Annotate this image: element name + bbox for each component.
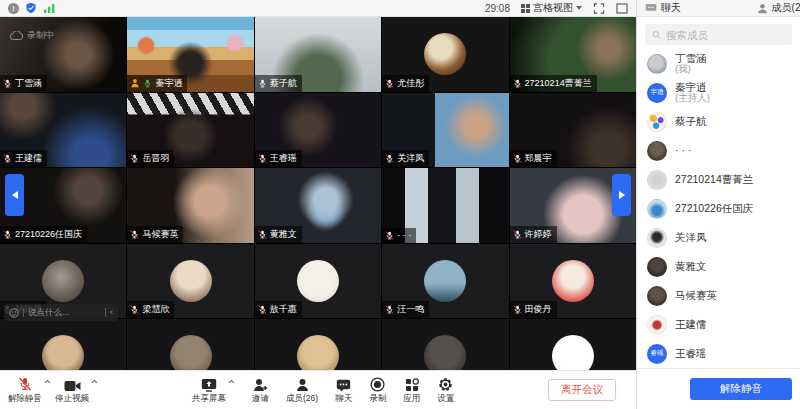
member-list[interactable]: 丁雪涵 (我) 宇逍 秦宇逍 (主持人) 蔡子航 · · · xyxy=(637,49,800,368)
search-members-input[interactable] xyxy=(666,29,785,41)
video-tile[interactable]: 梁慧欣 xyxy=(127,244,253,319)
participant-name: 尤佳彤 xyxy=(397,77,424,90)
member-list-item[interactable]: · · · xyxy=(637,136,800,165)
video-tile[interactable]: 王建儒 xyxy=(0,93,126,168)
collapse-chat-icon[interactable]: ‹ xyxy=(110,308,113,317)
video-tile[interactable] xyxy=(382,319,508,370)
top-bar: ! 29:08 宫格视图 xyxy=(0,0,636,17)
emoji-icon[interactable] xyxy=(9,308,19,318)
video-tile[interactable]: 蔡子航 xyxy=(255,17,381,92)
member-avatar xyxy=(647,199,667,219)
network-signal-icon[interactable] xyxy=(43,3,56,14)
member-avatar xyxy=(647,286,667,306)
member-list-item[interactable]: 丁雪涵 (我) xyxy=(637,49,800,78)
invite-icon xyxy=(253,378,268,392)
tab-members[interactable]: 成员(26 xyxy=(757,1,800,15)
member-name: 27210214曹菁兰 xyxy=(675,173,753,185)
sidebar-unmute-button[interactable]: 解除静音 xyxy=(690,378,792,400)
mic-status-icon xyxy=(143,78,152,89)
share-options-chevron[interactable] xyxy=(228,379,235,384)
fullscreen-button[interactable] xyxy=(593,3,605,14)
participant-name-label: 郑晨宇 xyxy=(510,150,557,167)
member-role: (主持人) xyxy=(675,93,710,104)
tab-chat[interactable]: 聊天 xyxy=(645,1,681,15)
participant-name: 秦宇逍 xyxy=(155,77,182,90)
video-tile[interactable] xyxy=(255,319,381,370)
member-name: 王建儒 xyxy=(675,318,707,330)
share-screen-icon xyxy=(201,378,217,392)
unmute-options-chevron[interactable] xyxy=(44,379,51,384)
member-name: · · · xyxy=(675,144,691,156)
member-list-item[interactable]: 睿瑶 王睿瑶 xyxy=(637,339,800,368)
member-list-item[interactable]: 27210226任国庆 xyxy=(637,194,800,223)
video-tile[interactable]: 田俊丹 xyxy=(510,244,636,319)
leave-meeting-button[interactable]: 离开会议 xyxy=(548,379,616,401)
members-button[interactable]: 成员(26) xyxy=(286,375,318,405)
video-tile[interactable]: 27210214曹菁兰 xyxy=(510,17,636,92)
quick-chat-input[interactable]: 说点什么... ‹ xyxy=(4,304,118,321)
previous-page-button[interactable] xyxy=(5,174,24,216)
grid-view-button[interactable]: 宫格视图 xyxy=(521,1,582,15)
member-list-item[interactable]: 蔡子航 xyxy=(637,107,800,136)
video-tile[interactable]: 王睿瑶 xyxy=(255,93,381,168)
video-tile[interactable] xyxy=(510,319,636,370)
participant-avatar xyxy=(424,260,466,302)
recording-indicator: 录制中 xyxy=(10,29,54,42)
video-tile[interactable]: 汪一鸣 xyxy=(382,244,508,319)
video-tile[interactable]: 秦宇逍 xyxy=(127,17,253,92)
participant-name-label: 尤佳彤 xyxy=(382,75,429,92)
security-shield-icon[interactable] xyxy=(25,2,37,14)
video-tile[interactable] xyxy=(0,319,126,370)
page-prev-icon xyxy=(12,191,18,199)
participant-name-label: 关洋凤 xyxy=(382,150,429,167)
member-name: 黄雅文 xyxy=(675,260,707,272)
video-tile[interactable]: 岳晋羽 xyxy=(127,93,253,168)
invite-button[interactable]: 邀请 xyxy=(252,375,269,405)
member-list-item[interactable]: 黄雅文 xyxy=(637,252,800,281)
share-screen-button[interactable]: 共享屏幕 xyxy=(192,375,226,405)
participant-name: · · · xyxy=(397,230,411,240)
settings-button[interactable]: 设置 xyxy=(437,375,454,405)
member-list-item[interactable]: 王建儒 xyxy=(637,310,800,339)
layout-switch-button[interactable] xyxy=(616,3,628,14)
chat-bubble-icon xyxy=(336,379,351,392)
member-list-item[interactable]: 宇逍 秦宇逍 (主持人) xyxy=(637,78,800,107)
mic-status-icon xyxy=(513,78,522,89)
chat-button[interactable]: 聊天 xyxy=(335,375,352,405)
participant-name: 丁雪涵 xyxy=(15,77,42,90)
record-icon xyxy=(370,377,385,392)
video-tile[interactable]: · · · xyxy=(382,168,508,243)
video-tile[interactable]: 马候赛英 xyxy=(127,168,253,243)
video-tile[interactable]: 郑晨宇 xyxy=(510,93,636,168)
video-tile[interactable]: 尤佳彤 xyxy=(382,17,508,92)
video-tile[interactable]: 敖千惠 xyxy=(255,244,381,319)
member-avatar-text: 宇逍 xyxy=(651,88,664,97)
video-options-chevron[interactable] xyxy=(91,379,98,384)
member-list-item[interactable]: 关洋凤 xyxy=(637,223,800,252)
next-page-button[interactable] xyxy=(612,174,631,216)
mic-status-icon xyxy=(258,304,267,315)
member-avatar xyxy=(647,54,667,74)
stop-video-button[interactable]: 停止视频 xyxy=(55,375,89,405)
participant-avatar xyxy=(297,335,339,370)
member-list-item[interactable]: 马候赛英 xyxy=(637,281,800,310)
participant-name-label: 岳晋羽 xyxy=(127,150,174,167)
participant-avatar xyxy=(170,260,212,302)
participant-name-label: 27210226任国庆 xyxy=(0,226,87,243)
video-tile[interactable]: 黄雅文 xyxy=(255,168,381,243)
participant-name: 岳晋羽 xyxy=(142,152,169,165)
video-tile[interactable]: 关洋凤 xyxy=(382,93,508,168)
participant-name-label: 丁雪涵 xyxy=(0,75,47,92)
participant-name-label: · · · xyxy=(382,228,416,243)
unmute-button[interactable]: 解除静音 xyxy=(8,375,42,405)
meeting-info-icon[interactable]: ! xyxy=(8,3,19,14)
video-tile[interactable] xyxy=(127,319,253,370)
member-avatar xyxy=(647,315,667,335)
search-area xyxy=(637,17,800,49)
member-list-item[interactable]: 27210214曹菁兰 xyxy=(637,165,800,194)
record-button[interactable]: 录制 xyxy=(369,375,386,405)
apps-button[interactable]: 应用 xyxy=(403,375,420,405)
layout-switch-icon xyxy=(616,3,628,14)
search-box[interactable] xyxy=(645,24,792,45)
member-name: 王睿瑶 xyxy=(675,347,707,359)
